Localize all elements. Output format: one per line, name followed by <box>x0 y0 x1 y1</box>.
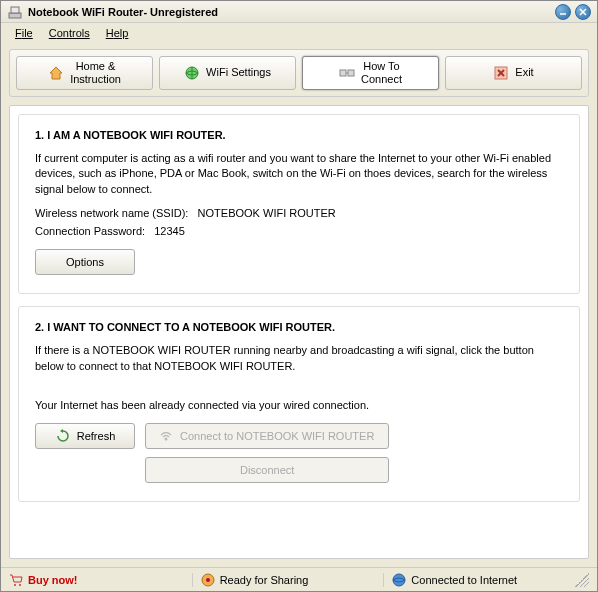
tab-label: Home &Instruction <box>70 60 121 86</box>
status-connected: Connected to Internet <box>383 573 567 587</box>
ssid-row: Wireless network name (SSID): NOTEBOOK W… <box>35 207 563 219</box>
section2-body: If there is a NOTEBOOK WIFI ROUTER runni… <box>35 343 563 374</box>
ssid-value: NOTEBOOK WIFI ROUTER <box>198 207 336 219</box>
tab-home[interactable]: Home &Instruction <box>16 56 153 90</box>
menu-file[interactable]: File <box>9 25 39 41</box>
refresh-icon <box>55 428 71 444</box>
password-label: Connection Password: <box>35 225 145 237</box>
titlebar: Notebook WiFi Router- Unregistered <box>1 1 597 23</box>
svg-point-17 <box>393 574 405 586</box>
app-icon <box>7 4 23 20</box>
tab-label: WiFi Settings <box>206 66 271 79</box>
titlebar-buttons <box>555 4 591 20</box>
section1-body: If current computer is acting as a wifi … <box>35 151 563 197</box>
internet-icon <box>392 573 406 587</box>
tab-label: Exit <box>515 66 533 79</box>
connect-button[interactable]: Connect to NOTEBOOK WIFI ROUTER <box>145 423 389 449</box>
svg-point-16 <box>206 578 210 582</box>
disconnect-button[interactable]: Disconnect <box>145 457 389 483</box>
svg-rect-1 <box>11 7 19 13</box>
options-button[interactable]: Options <box>35 249 135 275</box>
panel-connect-to-router: 2. I WANT TO CONNECT TO A NOTEBOOK WIFI … <box>18 306 580 502</box>
ready-label: Ready for Sharing <box>220 574 309 586</box>
svg-rect-0 <box>9 13 21 18</box>
cart-icon <box>9 573 23 587</box>
sharing-icon <box>201 573 215 587</box>
tab-wifi-settings[interactable]: WiFi Settings <box>159 56 296 90</box>
wifi-icon <box>158 428 174 444</box>
connected-label: Connected to Internet <box>411 574 517 586</box>
svg-rect-7 <box>348 70 354 76</box>
minimize-button[interactable] <box>555 4 571 20</box>
exit-icon <box>493 65 509 81</box>
ssid-label: Wireless network name (SSID): <box>35 207 188 219</box>
section1-heading: 1. I AM A NOTEBOOK WIFI ROUTER. <box>35 129 563 141</box>
statusbar: Buy now! Ready for Sharing Connected to … <box>1 567 597 591</box>
menu-controls[interactable]: Controls <box>43 25 96 41</box>
svg-point-13 <box>14 584 16 586</box>
button-label: Refresh <box>77 430 116 442</box>
button-label: Options <box>66 256 104 268</box>
connect-icon <box>339 65 355 81</box>
connect-button-group: Connect to NOTEBOOK WIFI ROUTER Disconne… <box>145 423 389 483</box>
buy-now-label: Buy now! <box>28 574 78 586</box>
globe-icon <box>184 65 200 81</box>
menubar: File Controls Help <box>1 23 597 43</box>
svg-point-12 <box>165 438 168 441</box>
panel-i-am-router: 1. I AM A NOTEBOOK WIFI ROUTER. If curre… <box>18 114 580 294</box>
svg-rect-6 <box>340 70 346 76</box>
button-label: Disconnect <box>240 464 294 476</box>
button-label: Connect to NOTEBOOK WIFI ROUTER <box>180 430 374 442</box>
tab-exit[interactable]: Exit <box>445 56 582 90</box>
window-title: Notebook WiFi Router- Unregistered <box>28 6 555 18</box>
app-window: Notebook WiFi Router- Unregistered File … <box>0 0 598 592</box>
content-area: 1. I AM A NOTEBOOK WIFI ROUTER. If curre… <box>9 105 589 559</box>
status-ready: Ready for Sharing <box>192 573 376 587</box>
refresh-button[interactable]: Refresh <box>35 423 135 449</box>
password-value: 12345 <box>154 225 185 237</box>
tabbar: Home &Instruction WiFi Settings How ToCo… <box>9 49 589 97</box>
status-buy-now[interactable]: Buy now! <box>9 573 184 587</box>
password-row: Connection Password: 12345 <box>35 225 563 237</box>
menu-help[interactable]: Help <box>100 25 135 41</box>
section2-heading: 2. I WANT TO CONNECT TO A NOTEBOOK WIFI … <box>35 321 563 333</box>
close-button[interactable] <box>575 4 591 20</box>
home-icon <box>48 65 64 81</box>
resize-grip[interactable] <box>575 573 589 587</box>
tab-how-to-connect[interactable]: How ToConnect <box>302 56 439 90</box>
tab-label: How ToConnect <box>361 60 402 86</box>
section2-status: Your Internet has been already connected… <box>35 398 563 413</box>
svg-point-14 <box>19 584 21 586</box>
button-row: Refresh Connect to NOTEBOOK WIFI ROUTER … <box>35 423 563 483</box>
